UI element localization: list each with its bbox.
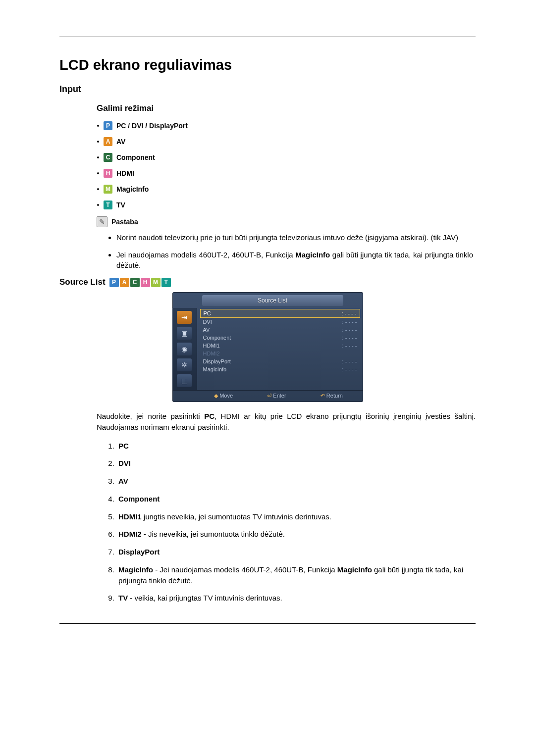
osd-row: HDMI1: - - - -	[200, 342, 360, 350]
a-icon: A	[104, 137, 112, 146]
note-list: Norint naudoti televizorių prie jo turi …	[116, 232, 476, 270]
osd-screenshot: Source List ⇥ ▣ ◉ ✲ ▥ PC: - - - -DVI: - …	[59, 292, 476, 402]
m-icon: M	[104, 185, 112, 194]
list-item: HDMI2 - Jis neveikia, jei sumontuota tin…	[116, 529, 476, 540]
osd-row: AV: - - - -	[200, 326, 360, 334]
rule-bottom	[59, 623, 476, 624]
note-label: Pastaba	[111, 218, 138, 226]
section-input: Input	[59, 84, 476, 95]
note-item: Norint naudoti televizorių prie jo turi …	[116, 232, 473, 243]
list-item: MagicInfo - Jei naudojamas modelis 460UT…	[116, 564, 476, 586]
osd-sidebar: ⇥ ▣ ◉ ✲ ▥	[172, 308, 197, 390]
osd-sidebar-sound-icon: ◉	[177, 343, 192, 355]
osd-sidebar-multi-icon: ▥	[177, 374, 192, 387]
list-item: DVI	[116, 458, 476, 469]
t-icon: T	[104, 201, 112, 209]
note-item: Jei naudojamas modelis 460UT-2, 460UT-B,…	[116, 250, 473, 270]
modes-list: •PPC / DVI / DisplayPort•AAV•CComponent•…	[97, 121, 476, 209]
t-icon: T	[161, 278, 171, 287]
source-list-title: Source List	[59, 277, 106, 287]
mode-label: AV	[116, 138, 125, 146]
sub-modes: Galimi režimai	[97, 103, 476, 113]
osd-row: HDMI2	[200, 350, 360, 357]
h-icon: H	[141, 278, 150, 287]
c-icon: C	[130, 278, 140, 287]
list-item: AV	[116, 476, 476, 487]
mode-item: •TTV	[97, 201, 476, 209]
mode-label: MagicInfo	[116, 185, 149, 193]
note-icon: ✎	[97, 216, 107, 227]
osd-foot-return: Return	[326, 393, 343, 399]
a-icon: A	[120, 278, 129, 287]
mode-label: TV	[116, 201, 125, 209]
osd-row: MagicInfo: - - - -	[200, 365, 360, 373]
osd-rows: PC: - - - -DVI: - - - -AV: - - - -Compon…	[197, 308, 363, 390]
osd-header: Source List	[202, 295, 343, 306]
rule-top	[59, 37, 476, 37]
p-icon: P	[109, 278, 119, 287]
source-list-heading: Source List P A C H M T	[59, 277, 476, 287]
osd-sidebar-input-icon: ⇥	[177, 311, 192, 324]
p-icon: P	[104, 121, 112, 130]
page-title: LCD ekrano reguliavimas	[59, 57, 476, 73]
list-item: PC	[116, 441, 476, 452]
osd-row: PC: - - - -	[200, 309, 360, 318]
list-item: DisplayPort	[116, 547, 476, 557]
osd-row: DisplayPort: - - - -	[200, 357, 360, 365]
mode-item: •HHDMI	[97, 169, 476, 178]
mode-label: Component	[116, 153, 155, 161]
osd-foot-move: Move	[219, 393, 233, 399]
numbered-list: PCDVIAVComponentHDMI1 jungtis neveikia, …	[116, 441, 476, 604]
mode-item: •PPC / DVI / DisplayPort	[97, 121, 476, 130]
osd-row: Component: - - - -	[200, 334, 360, 342]
note-row: ✎ Pastaba	[97, 216, 476, 227]
osd-row: DVI: - - - -	[200, 318, 360, 326]
mode-item: •CComponent	[97, 153, 476, 162]
list-item: HDMI1 jungtis neveikia, jei sumontuotas …	[116, 511, 476, 522]
h-icon: H	[104, 169, 112, 178]
osd-sidebar-setup-icon: ✲	[177, 358, 192, 371]
osd-foot-enter: Enter	[273, 393, 286, 399]
list-item: Component	[116, 494, 476, 504]
source-list-paragraph: Naudokite, jei norite pasirinkti PC, HDM…	[97, 411, 476, 433]
list-item: TV - veikia, kai prijungtas TV imtuvinis…	[116, 593, 476, 604]
c-icon: C	[104, 153, 112, 162]
mode-label: HDMI	[116, 169, 134, 177]
icon-strip: P A C H M T	[109, 278, 171, 287]
mode-label: PC / DVI / DisplayPort	[116, 122, 188, 130]
osd-sidebar-picture-icon: ▣	[177, 327, 192, 340]
mode-item: •AAV	[97, 137, 476, 146]
osd-footer: ◆ Move ⏎ Enter ↶ Return	[172, 390, 363, 402]
mode-item: •MMagicInfo	[97, 185, 476, 194]
m-icon: M	[151, 278, 160, 287]
